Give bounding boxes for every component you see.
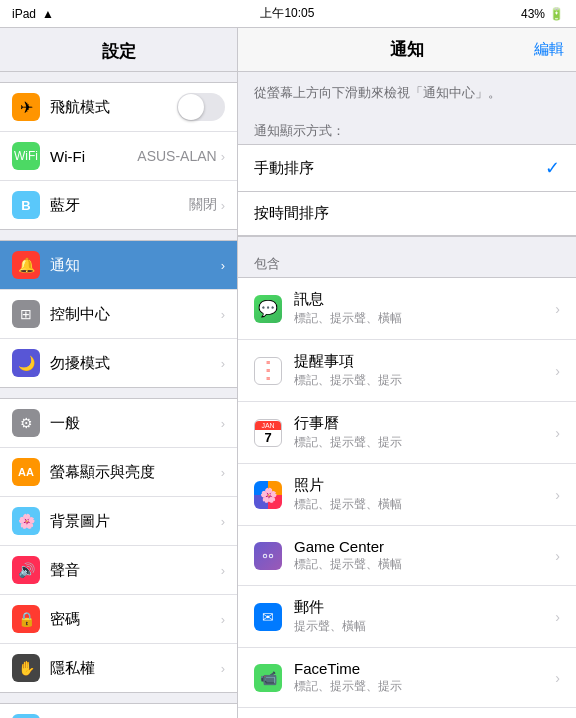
reminders-subtitle: 標記、提示聲、提示	[294, 372, 551, 389]
facetime-app-icon: 📹	[254, 664, 282, 692]
sidebar-item-passcode[interactable]: 🔒 密碼 ›	[0, 595, 237, 644]
sidebar-item-wallpaper[interactable]: 🌸 背景圖片 ›	[0, 497, 237, 546]
battery-icon: 🔋	[549, 7, 564, 21]
status-left: iPad ▲	[12, 7, 54, 21]
sidebar-item-label-bluetooth: 藍牙	[50, 196, 189, 215]
bluetooth-icon: B	[12, 191, 40, 219]
sidebar-item-display[interactable]: AA 螢幕顯示與亮度 ›	[0, 448, 237, 497]
messages-subtitle: 標記、提示聲、橫幅	[294, 310, 551, 327]
app-row-facetime[interactable]: 📹 FaceTime 標記、提示聲、提示 ›	[238, 648, 576, 708]
donotdisturb-chevron: ›	[221, 356, 225, 371]
includes-section: 包含 💬 訊息 標記、提示聲、橫幅 › ≡ ≡ ≡	[238, 247, 576, 718]
sort-section-label: 通知顯示方式：	[238, 114, 576, 144]
messages-title: 訊息	[294, 290, 551, 309]
reminders-chevron: ›	[555, 363, 560, 379]
toggle-knob	[178, 94, 204, 120]
app-row-reminders[interactable]: ≡ ≡ ≡ 提醒事項 標記、提示聲、提示 ›	[238, 340, 576, 402]
bluetooth-chevron: ›	[221, 198, 225, 213]
wallpaper-icon: 🌸	[12, 507, 40, 535]
wifi-icon: WiFi	[12, 142, 40, 170]
sidebar-section-1: ✈ 飛航模式 WiFi Wi-Fi ASUS-ALAN › B 藍牙 關閉 ›	[0, 82, 237, 230]
gamecenter-title: Game Center	[294, 538, 551, 555]
wifi-value: ASUS-ALAN	[137, 148, 216, 164]
app-row-photos[interactable]: 🌸 照片 標記、提示聲、橫幅 ›	[238, 464, 576, 526]
wifi-chevron: ›	[221, 149, 225, 164]
sort-manual-check: ✓	[545, 157, 560, 179]
includes-section-label: 包含	[238, 247, 576, 277]
mail-content: 郵件 提示聲、橫幅	[294, 598, 551, 635]
battery-label: 43%	[521, 7, 545, 21]
sort-manual-label: 手動排序	[254, 159, 545, 178]
app-row-calendar[interactable]: JAN 7 行事曆 標記、提示聲、提示 ›	[238, 402, 576, 464]
sidebar-item-label-notification: 通知	[50, 256, 221, 275]
edit-button[interactable]: 編輯	[534, 40, 564, 59]
sidebar-item-label-display: 螢幕顯示與亮度	[50, 463, 221, 482]
reminders-app-icon: ≡ ≡ ≡	[254, 357, 282, 385]
detail-panel: 通知 編輯 從螢幕上方向下滑動來檢視「通知中心」。 通知顯示方式： 手動排序 ✓…	[238, 28, 576, 718]
sidebar-item-sound[interactable]: 🔊 聲音 ›	[0, 546, 237, 595]
gamecenter-chevron: ›	[555, 548, 560, 564]
svg-point-2	[264, 555, 266, 557]
sidebar-item-label-wifi: Wi-Fi	[50, 148, 137, 165]
app-row-mail[interactable]: ✉ 郵件 提示聲、橫幅 ›	[238, 586, 576, 648]
calendar-subtitle: 標記、提示聲、提示	[294, 434, 551, 451]
sidebar-item-general[interactable]: ⚙ 一般 ›	[0, 399, 237, 448]
app-row-gamecenter[interactable]: Game Center 標記、提示聲、橫幅 ›	[238, 526, 576, 586]
sidebar-title: 設定	[0, 28, 237, 72]
carrier-label: iPad	[12, 7, 36, 21]
sidebar-item-label-privacy: 隱私權	[50, 659, 221, 678]
donotdisturb-icon: 🌙	[12, 349, 40, 377]
gamecenter-app-icon	[254, 542, 282, 570]
photos-chevron: ›	[555, 487, 560, 503]
sidebar-section-2: 🔔 通知 › ⊞ 控制中心 › 🌙 勿擾模式 ›	[0, 240, 237, 388]
photos-content: 照片 標記、提示聲、橫幅	[294, 476, 551, 513]
airplane-toggle[interactable]	[177, 93, 225, 121]
wifi-icon: ▲	[42, 7, 54, 21]
sort-option-manual[interactable]: 手動排序 ✓	[238, 145, 576, 192]
general-icon: ⚙	[12, 409, 40, 437]
sidebar-item-label-sound: 聲音	[50, 561, 221, 580]
notification-icon: 🔔	[12, 251, 40, 279]
bluetooth-value: 關閉	[189, 196, 217, 214]
sort-options-list: 手動排序 ✓ 按時間排序	[238, 144, 576, 237]
sidebar-item-privacy[interactable]: ✋ 隱私權 ›	[0, 644, 237, 692]
sort-option-time[interactable]: 按時間排序	[238, 192, 576, 236]
sidebar-item-donotdisturb[interactable]: 🌙 勿擾模式 ›	[0, 339, 237, 387]
privacy-icon: ✋	[12, 654, 40, 682]
facetime-content: FaceTime 標記、提示聲、提示	[294, 660, 551, 695]
svg-point-3	[270, 555, 272, 557]
sidebar-item-notification[interactable]: 🔔 通知 ›	[0, 241, 237, 290]
sidebar-item-airplane[interactable]: ✈ 飛航模式	[0, 83, 237, 132]
airplane-icon: ✈	[12, 93, 40, 121]
photos-app-icon: 🌸	[254, 481, 282, 509]
sidebar-item-icloud[interactable]: ☁ iCloud ›	[0, 704, 237, 718]
status-time: 上午10:05	[260, 5, 314, 22]
facetime-title: FaceTime	[294, 660, 551, 677]
sidebar-item-controlcenter[interactable]: ⊞ 控制中心 ›	[0, 290, 237, 339]
general-chevron: ›	[221, 416, 225, 431]
facetime-chevron: ›	[555, 670, 560, 686]
passcode-chevron: ›	[221, 612, 225, 627]
icloud-icon: ☁	[12, 714, 40, 718]
messages-chevron: ›	[555, 301, 560, 317]
app-row-messages[interactable]: 💬 訊息 標記、提示聲、橫幅 ›	[238, 278, 576, 340]
mail-subtitle: 提示聲、橫幅	[294, 618, 551, 635]
controlcenter-icon: ⊞	[12, 300, 40, 328]
sort-time-label: 按時間排序	[254, 204, 560, 223]
status-right: 43% 🔋	[521, 7, 564, 21]
sidebar-item-label-passcode: 密碼	[50, 610, 221, 629]
reminders-content: 提醒事項 標記、提示聲、提示	[294, 352, 551, 389]
main-container: 設定 ✈ 飛航模式 WiFi Wi-Fi ASUS-ALAN › B 藍牙 關閉…	[0, 28, 576, 718]
calendar-chevron: ›	[555, 425, 560, 441]
mail-title: 郵件	[294, 598, 551, 617]
sidebar-item-label-donotdisturb: 勿擾模式	[50, 354, 221, 373]
detail-hint: 從螢幕上方向下滑動來檢視「通知中心」。	[238, 72, 576, 114]
sidebar-item-wifi[interactable]: WiFi Wi-Fi ASUS-ALAN ›	[0, 132, 237, 181]
photos-title: 照片	[294, 476, 551, 495]
passcode-icon: 🔒	[12, 605, 40, 633]
sidebar-item-label-controlcenter: 控制中心	[50, 305, 221, 324]
app-row-tips[interactable]: 💡 提示 橫幅 ›	[238, 708, 576, 718]
display-icon: AA	[12, 458, 40, 486]
controlcenter-chevron: ›	[221, 307, 225, 322]
sidebar-item-bluetooth[interactable]: B 藍牙 關閉 ›	[0, 181, 237, 229]
